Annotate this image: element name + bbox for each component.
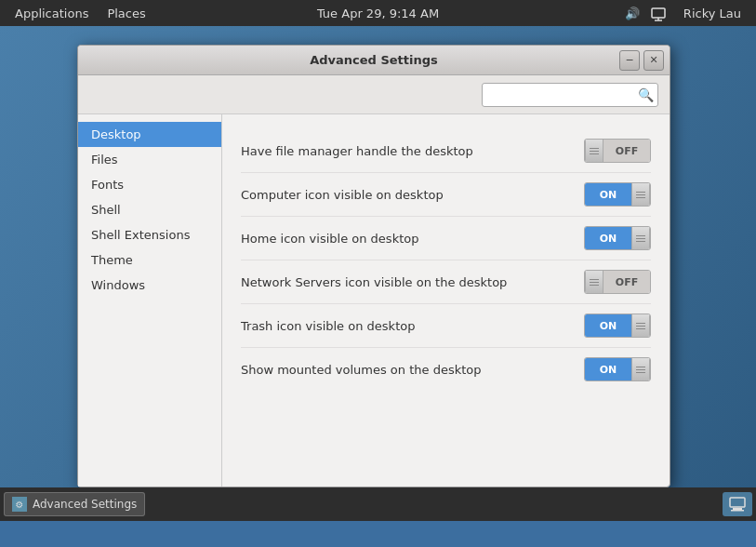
sidebar-item-files[interactable]: Files [78,147,221,172]
toggle-on-label-trash-icon: ON [585,314,631,337]
applications-menu[interactable]: Applications [7,5,96,22]
dialog-controls: − ✕ [619,50,664,71]
toggle-handle-computer-icon [631,183,650,206]
setting-row-trash-icon: Trash icon visible on desktop ON [241,304,651,348]
svg-rect-3 [730,498,745,507]
topbar: Applications Places Tue Apr 29, 9:14 AM … [0,0,756,26]
toggle-on-label-home-icon: ON [585,227,631,249]
desktop: Advanced Settings − ✕ 🔍 Desktop Files Fo… [0,26,756,521]
toggle-computer-icon[interactable]: ON [584,182,651,207]
advanced-settings-dialog: Advanced Settings − ✕ 🔍 Desktop Files Fo… [77,45,670,487]
toggle-off-label-file-manager: OFF [603,140,650,162]
places-menu[interactable]: Places [99,5,153,22]
toggle-on-label-mounted-volumes: ON [585,358,631,380]
toggle-handle-trash-icon [631,314,650,337]
setting-label-home-icon: Home icon visible on desktop [241,232,418,246]
sidebar-item-fonts[interactable]: Fonts [78,172,221,197]
toggle-handle-mounted-volumes [631,358,650,380]
toggle-off-label-network-icon: OFF [603,271,650,293]
content-area: Have file manager handle the desktop OFF [222,114,670,487]
dialog-title: Advanced Settings [310,53,438,67]
toggle-network-icon[interactable]: OFF [584,270,651,294]
topbar-right: 🔊 Ricky Lau [624,5,749,22]
dialog-titlebar: Advanced Settings − ✕ [78,46,670,75]
setting-label-network-icon: Network Servers icon visible on the desk… [241,275,507,289]
setting-row-home-icon: Home icon visible on desktop ON [241,217,651,260]
svg-rect-4 [733,508,742,510]
network-icon[interactable] [650,5,667,21]
sidebar-item-shell-extensions[interactable]: Shell Extensions [78,222,221,247]
toggle-handle-network-icon [585,271,603,293]
svg-rect-5 [731,510,744,512]
toggle-mounted-volumes[interactable]: ON [584,357,651,381]
toggle-file-manager[interactable]: OFF [584,139,651,163]
toggle-on-label-computer-icon: ON [585,183,631,206]
topbar-datetime: Tue Apr 29, 9:14 AM [317,7,439,20]
toggle-handle-home-icon [631,227,650,249]
taskbar-right [723,492,752,516]
setting-row-mounted-volumes: Show mounted volumes on the desktop ON [241,348,651,391]
sidebar: Desktop Files Fonts Shell Shell Extensio… [78,114,222,487]
setting-label-file-manager: Have file manager handle the desktop [241,144,473,158]
taskbar-item-icon: ⚙ [12,497,27,512]
setting-row-computer-icon: Computer icon visible on desktop ON [241,173,651,217]
sidebar-item-desktop[interactable]: Desktop [78,122,221,147]
volume-icon[interactable]: 🔊 [624,5,641,21]
setting-label-computer-icon: Computer icon visible on desktop [241,188,444,202]
setting-row-file-manager: Have file manager handle the desktop OFF [241,129,651,173]
dialog-body: Desktop Files Fonts Shell Shell Extensio… [78,114,670,487]
taskbar-tray-icon[interactable] [723,492,752,516]
dialog-toolbar: 🔍 [78,75,670,114]
sidebar-item-windows[interactable]: Windows [78,273,221,298]
search-box: 🔍 [482,83,658,107]
taskbar-item-label: Advanced Settings [33,498,137,511]
taskbar: ⚙ Advanced Settings [0,487,756,521]
search-input[interactable] [486,88,638,101]
setting-row-network-icon: Network Servers icon visible on the desk… [241,260,651,304]
toggle-handle-file-manager [585,140,603,162]
toggle-trash-icon[interactable]: ON [584,314,651,338]
taskbar-advanced-settings[interactable]: ⚙ Advanced Settings [4,492,145,516]
toggle-home-icon[interactable]: ON [584,226,651,250]
close-button[interactable]: ✕ [643,50,664,71]
search-icon[interactable]: 🔍 [638,87,654,102]
setting-label-trash-icon: Trash icon visible on desktop [241,319,415,333]
user-label[interactable]: Ricky Lau [676,5,749,22]
setting-label-mounted-volumes: Show mounted volumes on the desktop [241,363,482,377]
minimize-button[interactable]: − [619,50,640,71]
sidebar-item-shell[interactable]: Shell [78,197,221,222]
svg-rect-0 [652,8,665,18]
sidebar-item-theme[interactable]: Theme [78,247,221,273]
topbar-left: Applications Places [7,5,153,22]
